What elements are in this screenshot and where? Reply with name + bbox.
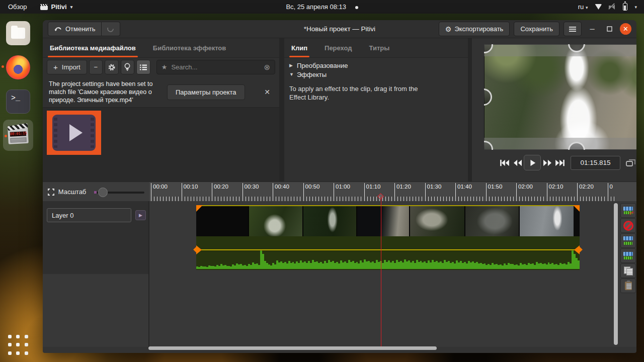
tab-titles[interactable]: Титры xyxy=(369,38,390,57)
keyboard-layout-indicator[interactable]: ru ▾ xyxy=(578,3,588,11)
clear-search-icon[interactable]: ⊗ xyxy=(264,63,270,72)
timeline-body: ▶ xyxy=(43,201,636,347)
missing-assets-button[interactable] xyxy=(121,60,135,74)
zoom-slider[interactable] xyxy=(94,188,144,197)
delete-clip-button[interactable] xyxy=(620,218,636,233)
dock-terminal-icon[interactable]: >_ xyxy=(6,89,30,114)
viewer-pane xyxy=(472,38,636,182)
battery-icon[interactable] xyxy=(623,3,627,11)
search-input[interactable] xyxy=(171,63,260,71)
menu-button[interactable] xyxy=(564,22,582,36)
media-asset-selected[interactable] xyxy=(47,111,101,155)
go-to-start-button[interactable] xyxy=(499,156,511,169)
timeline-horizontal-scrollbar[interactable] xyxy=(148,346,437,350)
transform-expander[interactable]: ▶ Преобразование xyxy=(289,61,463,70)
ungroup-button[interactable] xyxy=(620,233,636,248)
undock-icon xyxy=(625,158,636,167)
audio-waveform xyxy=(196,249,580,269)
tab-clip[interactable]: Клип xyxy=(291,38,307,57)
trim-handle-right[interactable] xyxy=(574,245,580,254)
show-applications-button[interactable] xyxy=(8,335,29,355)
group-button[interactable] xyxy=(620,248,636,263)
paste-button[interactable] xyxy=(620,279,636,293)
render-gears-icon: ⚙ xyxy=(445,26,452,33)
go-to-end-icon xyxy=(554,159,566,167)
clip-properties-pane: Клип Переход Титры ▶ Преобразование ▼ Эф… xyxy=(284,38,468,182)
tab-media-library[interactable]: Библиотека медиафайлов xyxy=(50,38,136,57)
trim-handle-right[interactable] xyxy=(573,205,580,212)
activities-button[interactable]: Обзор xyxy=(8,3,27,11)
clip-thumbnail xyxy=(357,206,410,236)
timeline-vertical-scrollbar[interactable] xyxy=(614,203,618,345)
clip-thumbnail xyxy=(410,206,465,236)
ruler-label: 02:10 xyxy=(549,184,564,190)
remove-asset-button[interactable]: − xyxy=(89,60,103,74)
volume-keyframe-line[interactable] xyxy=(196,249,580,250)
maximize-button[interactable] xyxy=(603,23,616,36)
zoom-fit-icon[interactable] xyxy=(48,189,54,196)
ruler-label: 01:50 xyxy=(488,184,503,190)
dock-pitivi-icon[interactable]: 00:01:15 xyxy=(7,125,29,145)
dock-files-icon[interactable] xyxy=(6,21,30,45)
expander-collapsed-icon: ▶ xyxy=(289,63,293,68)
save-label: Сохранить xyxy=(520,25,553,33)
dock-firefox-icon[interactable] xyxy=(6,55,30,79)
zoom-label: Масштаб xyxy=(58,188,87,196)
minus-icon: − xyxy=(94,63,98,71)
undo-button[interactable]: Отменить xyxy=(48,22,102,36)
seek-forward-button[interactable] xyxy=(541,156,553,169)
save-button[interactable]: Сохранить xyxy=(514,22,559,36)
ruler-label: 0 xyxy=(610,184,613,190)
app-menu[interactable]: Pitivi ▾ xyxy=(40,3,73,11)
library-tabbar: Библиотека медиафайлов Библиотека эффект… xyxy=(43,38,279,58)
infobar-close-icon[interactable]: ✕ xyxy=(260,88,274,96)
timeline-ruler[interactable]: 00:0000:1000:2000:3000:4000:5001:0001:10… xyxy=(149,182,615,202)
filmstrip-icon xyxy=(52,115,96,151)
clock[interactable]: Вс, 25 апреля 08:13 xyxy=(286,3,346,11)
effects-expander[interactable]: ▼ Эффекты xyxy=(289,70,463,79)
star-icon[interactable]: ★ xyxy=(162,63,168,71)
system-menu-chevron-icon[interactable]: ▾ xyxy=(634,5,637,10)
layer-name-entry[interactable] xyxy=(47,208,131,222)
transport-controls xyxy=(472,155,636,170)
timeline-clip[interactable] xyxy=(196,205,580,269)
ruler-label: 00:30 xyxy=(245,184,259,190)
undock-viewer-button[interactable] xyxy=(625,158,636,167)
minimize-button[interactable]: ─ xyxy=(586,23,599,36)
import-button[interactable]: + Import xyxy=(47,60,87,74)
library-toolbar: + Import − xyxy=(43,58,279,76)
copy-button[interactable] xyxy=(620,263,636,278)
trim-handle-left[interactable] xyxy=(196,245,202,254)
seek-back-button[interactable] xyxy=(511,156,524,169)
project-settings-button[interactable]: Параметры проекта xyxy=(167,84,245,100)
transform-expander-label: Преобразование xyxy=(297,62,348,69)
redo-button[interactable] xyxy=(102,22,120,36)
zoom-controls: Масштаб xyxy=(43,182,149,202)
play-pause-button[interactable] xyxy=(524,155,541,170)
layer-menu-button[interactable]: ▶ xyxy=(135,210,146,220)
tab-effect-library[interactable]: Библиотека эффектов xyxy=(153,38,226,57)
close-button[interactable]: ✕ xyxy=(620,23,631,35)
clip-properties-button[interactable] xyxy=(105,60,119,74)
split-clip-button[interactable]: ✂ xyxy=(620,203,636,218)
volume-muted-icon[interactable] xyxy=(609,4,616,10)
slider-handle[interactable] xyxy=(98,188,108,197)
ungroup-icon xyxy=(623,236,633,245)
tab-transition[interactable]: Переход xyxy=(325,38,352,57)
timecode-entry[interactable] xyxy=(571,156,620,170)
plus-icon: + xyxy=(53,63,58,71)
trim-handle-left[interactable] xyxy=(196,205,203,212)
pitivi-app-icon xyxy=(40,4,48,10)
playhead-line[interactable] xyxy=(381,201,381,347)
lamp-icon xyxy=(124,63,131,71)
ruler-label: 01:20 xyxy=(396,184,411,190)
effects-hint-text: To apply an effect to the clip, drag it … xyxy=(289,85,425,102)
video-preview[interactable] xyxy=(484,44,636,150)
wifi-icon[interactable] xyxy=(595,4,602,10)
transform-top-bar xyxy=(484,44,636,56)
list-view-toggle-button[interactable] xyxy=(136,60,150,74)
slider-origin-mark xyxy=(94,191,97,194)
export-button[interactable]: ⚙ Экспортировать xyxy=(439,22,510,36)
ruler-label: 00:20 xyxy=(214,184,228,190)
go-to-end-button[interactable] xyxy=(554,156,567,169)
